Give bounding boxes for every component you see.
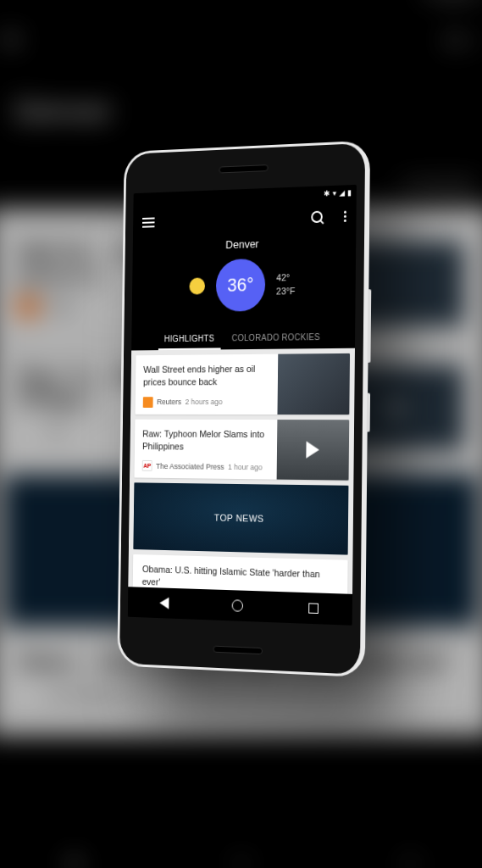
hi-lo: 42° 23°F <box>275 270 295 298</box>
news-card[interactable]: Raw: Typhoon Melor Slams into Philippine… <box>134 419 349 481</box>
back-button[interactable] <box>158 596 170 609</box>
news-card[interactable]: Wall Street ends higher as oil prices bo… <box>135 353 350 415</box>
thumbnail <box>277 353 350 415</box>
source-logo-reuters <box>142 397 152 408</box>
search-icon[interactable] <box>311 211 323 224</box>
hero-label: TOP NEWS <box>213 513 263 524</box>
temp-high: 42° <box>276 270 295 284</box>
top-news-hero[interactable]: TOP NEWS <box>133 483 348 555</box>
play-icon <box>276 420 349 481</box>
source-name: Reuters <box>157 398 181 406</box>
tab-colorado-rockies[interactable]: COLORADO ROCKIES <box>230 327 321 349</box>
headline: Raw: Typhoon Melor Slams into Philippine… <box>141 427 269 453</box>
android-nav-bar <box>127 587 352 626</box>
location-label: Denver <box>132 235 356 254</box>
news-feed[interactable]: Wall Street ends higher as oil prices bo… <box>128 348 355 594</box>
bluetooth-icon: ✱ <box>323 189 330 198</box>
age: 2 hours ago <box>185 398 222 406</box>
sun-icon <box>189 277 205 294</box>
tab-strip: HIGHLIGHTS COLORADO ROCKIES <box>131 320 355 350</box>
temp-low: 23°F <box>275 284 294 298</box>
headline: Wall Street ends higher as oil prices bo… <box>142 363 269 388</box>
weather-header: Denver 36° 42° 23°F <box>131 231 356 324</box>
battery-icon: ▮ <box>347 188 352 197</box>
tab-highlights[interactable]: HIGHLIGHTS <box>162 329 215 350</box>
overflow-icon[interactable] <box>343 210 346 221</box>
thumbnail-video[interactable] <box>276 420 349 481</box>
source-name: The Associated Press <box>156 462 224 471</box>
signal-icon: ◢ <box>339 188 345 197</box>
menu-icon[interactable] <box>141 217 154 227</box>
source-logo-ap: AP <box>141 460 152 471</box>
current-temp[interactable]: 36° <box>215 259 265 312</box>
home-button[interactable] <box>231 598 244 613</box>
age: 1 hour ago <box>228 463 263 471</box>
recents-button[interactable] <box>307 601 320 615</box>
wifi-icon: ▾ <box>332 189 336 198</box>
phone-frame: ✱ ▾ ◢ ▮ Denver 36° 42° 23°F <box>117 141 370 678</box>
